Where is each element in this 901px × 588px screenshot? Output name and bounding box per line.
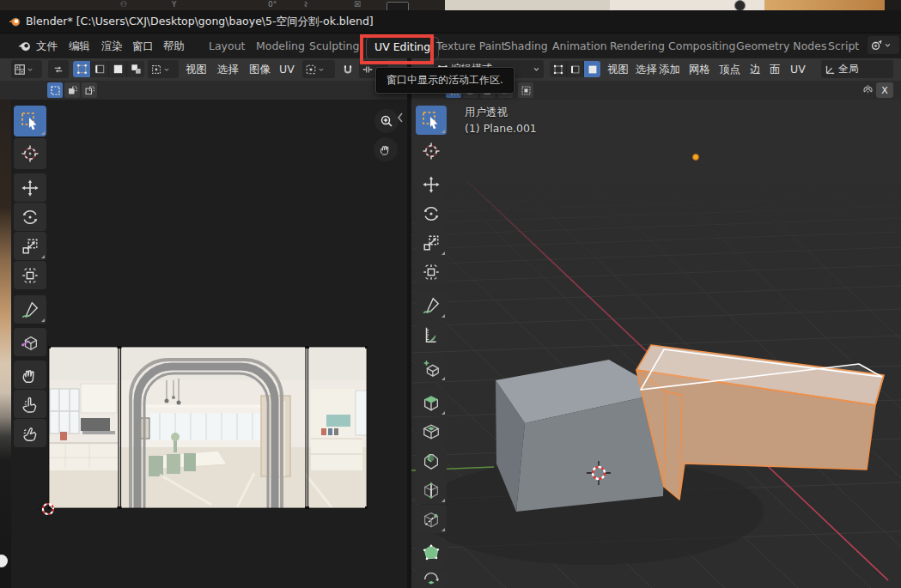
- uv-boxselect-mode-subtract[interactable]: [82, 82, 97, 98]
- tab-compositing[interactable]: Compositing: [668, 36, 735, 57]
- annotate-icon: [422, 296, 441, 315]
- snap-with-icon: [362, 64, 374, 76]
- v3d-menu-uv[interactable]: UV: [790, 60, 806, 79]
- v3d-tool-select-box[interactable]: [416, 106, 447, 135]
- uv-editor-header: 视图 选择 图像 UV: [0, 58, 407, 82]
- mesh-select-face-button[interactable]: [584, 61, 600, 77]
- v3d-tool-inset-faces[interactable]: [416, 417, 447, 446]
- blender-menu-icon[interactable]: [17, 39, 32, 53]
- uv-2d-cursor[interactable]: [36, 496, 60, 522]
- tab-texture-paint[interactable]: Texture Paint: [436, 36, 506, 57]
- uv-pan-button[interactable]: [374, 137, 398, 161]
- transform-icon: [21, 266, 40, 285]
- titlebar: Blender* [C:\Users\CXJ\Desktop\gong\baoy…: [0, 10, 901, 33]
- background-strip-beige: [445, 0, 610, 10]
- uv-sticky-select-dropdown[interactable]: [148, 60, 179, 78]
- object-origin-dot: [693, 155, 699, 161]
- uv-tool-rotate[interactable]: [14, 203, 46, 231]
- mesh-select-edge-button[interactable]: [567, 61, 584, 77]
- loop-cut-icon: [422, 481, 441, 500]
- v3d-tool-extrude-region[interactable]: [416, 388, 447, 416]
- mirror-icon: [861, 83, 874, 96]
- background-dot: [0, 555, 8, 567]
- v3d-tool-measure[interactable]: [416, 320, 447, 349]
- v3d-tool-knife[interactable]: [416, 505, 447, 533]
- background-strip-dark: [0, 0, 445, 10]
- uv-tool-pinch[interactable]: [14, 419, 46, 447]
- uv-editor-type-dropdown[interactable]: [11, 60, 42, 78]
- uv-tool-select-box[interactable]: [14, 106, 46, 136]
- uv-tool-transform[interactable]: [14, 261, 46, 289]
- move-icon: [21, 179, 40, 197]
- v3d-tool-poly-build[interactable]: [416, 538, 447, 567]
- v3d-tool-scale[interactable]: [416, 228, 447, 257]
- tab-geometry-nodes[interactable]: Geometry Nodes: [736, 36, 826, 57]
- v3d-tool-add-cube[interactable]: [416, 354, 447, 382]
- v3d-menu-edge[interactable]: 边: [750, 60, 761, 79]
- uv-tool-relax[interactable]: [14, 390, 46, 418]
- uv-select-vertex-button[interactable]: [73, 61, 91, 77]
- uv-menu-select[interactable]: 选择: [217, 60, 239, 79]
- knife-icon: [422, 510, 441, 529]
- transform-orientation-dropdown[interactable]: 全局: [821, 60, 893, 78]
- v3d-tool-rotate[interactable]: [416, 199, 447, 227]
- uv-image[interactable]: [48, 346, 368, 509]
- uv-menu-image[interactable]: 图像: [249, 60, 271, 79]
- uv-sync-selection-toggle[interactable]: [48, 60, 69, 78]
- uv-select-island-button[interactable]: [127, 61, 144, 77]
- mesh-select-vertex-button[interactable]: [550, 61, 567, 77]
- uv-tool-scale[interactable]: [14, 232, 46, 260]
- v3d-menu-mesh[interactable]: 网格: [689, 60, 710, 79]
- uv-menu-uv[interactable]: UV: [279, 60, 295, 79]
- tab-rendering[interactable]: Rendering: [610, 36, 665, 57]
- menu-render[interactable]: 渲染: [101, 36, 123, 57]
- scene-selector[interactable]: [868, 36, 899, 54]
- uv-zoom-button[interactable]: [374, 109, 399, 133]
- mirror-x-toggle[interactable]: X: [876, 82, 893, 98]
- v3d-tool-loop-cut[interactable]: [416, 476, 447, 504]
- v3d-tool-annotate[interactable]: [416, 291, 447, 319]
- uv-editor-canvas[interactable]: [0, 100, 407, 588]
- tab-sculpting[interactable]: Sculpting: [309, 36, 359, 57]
- chevron-down-icon: [26, 65, 34, 74]
- v3d-boxselect-mode-intersect[interactable]: [518, 82, 533, 98]
- tab-script[interactable]: Script: [828, 36, 859, 57]
- island-select-icon: [130, 63, 143, 76]
- v3d-tool-move[interactable]: [416, 170, 447, 198]
- uv-select-face-button[interactable]: [109, 61, 127, 77]
- v3d-tool-cursor[interactable]: [416, 136, 447, 166]
- v3d-tool-bevel[interactable]: [416, 446, 447, 475]
- v3d-tool-transform[interactable]: [416, 258, 447, 286]
- tab-shading[interactable]: Shading: [504, 36, 548, 57]
- uv-tool-rip-region[interactable]: [14, 328, 46, 356]
- uv-menu-view[interactable]: 视图: [186, 60, 207, 79]
- v3d-menu-face[interactable]: 面: [770, 60, 781, 79]
- inset-faces-icon: [422, 422, 441, 441]
- v3d-tool-spin[interactable]: [416, 571, 447, 588]
- v3d-menu-view[interactable]: 视图: [607, 60, 629, 79]
- viewport-canvas[interactable]: 用户透视 (1) Plane.001: [411, 100, 901, 588]
- tab-layout[interactable]: Layout: [209, 36, 246, 57]
- menu-edit[interactable]: 编辑: [69, 36, 90, 57]
- uv-tool-annotate[interactable]: [14, 295, 46, 324]
- v3d-menu-add[interactable]: 添加: [659, 60, 680, 79]
- uv-snap-toggle[interactable]: [338, 60, 357, 78]
- tab-modeling[interactable]: Modeling: [256, 36, 305, 57]
- menu-file[interactable]: 文件: [36, 36, 58, 57]
- v3d-menu-select[interactable]: 选择: [636, 60, 657, 79]
- viewport-scene: [411, 100, 901, 588]
- uv-boxselect-mode-extend[interactable]: [64, 82, 80, 98]
- uv-boxselect-mode-new[interactable]: [47, 82, 63, 98]
- uv-tool-grab[interactable]: [14, 361, 46, 389]
- annotation-highlight-box: [360, 34, 434, 64]
- uv-sidebar-collapse-arrow[interactable]: [396, 111, 405, 124]
- menu-help[interactable]: 帮助: [163, 36, 185, 57]
- menu-window[interactable]: 窗口: [132, 36, 154, 57]
- pivot-point-icon: [305, 64, 317, 76]
- tab-animation[interactable]: Animation: [552, 36, 607, 57]
- v3d-menu-vertex[interactable]: 顶点: [719, 60, 740, 79]
- uv-pivot-dropdown[interactable]: [302, 60, 335, 78]
- uv-tool-move[interactable]: [14, 173, 46, 202]
- uv-tool-cursor[interactable]: [14, 138, 46, 169]
- uv-select-edge-button[interactable]: [91, 61, 109, 77]
